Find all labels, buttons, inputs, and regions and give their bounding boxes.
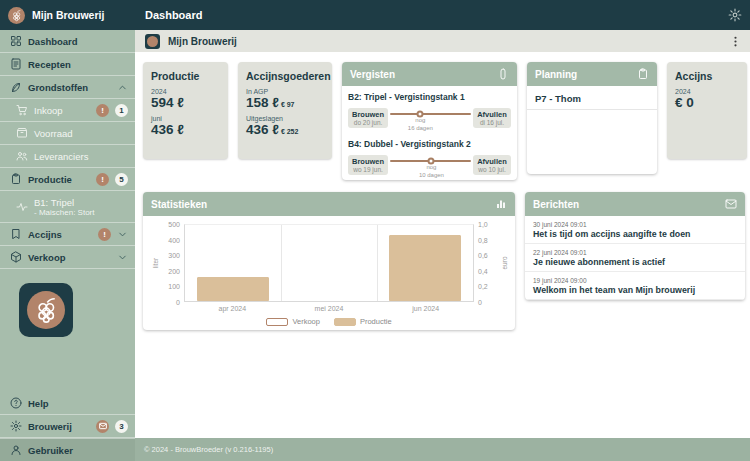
sidebar-item-voorraad[interactable]: Voorraad: [0, 122, 135, 145]
legend-label: Productie: [360, 317, 392, 326]
clipboard-icon: [10, 173, 22, 185]
stat-label: juni: [151, 115, 220, 122]
sidebar-item-dashboard[interactable]: Dashboard: [0, 30, 135, 53]
days-remaining: nog10 dagen: [419, 164, 444, 180]
tank-progress: Brouwendo 20 jun.nog16 dagenAfvullendi 1…: [348, 105, 511, 131]
progress-track: nog10 dagen: [388, 152, 473, 178]
step-label: Afvullen: [477, 110, 507, 119]
remaining-prefix: nog: [408, 117, 433, 125]
hop-icon: [27, 291, 65, 329]
remaining-prefix: nog: [419, 164, 444, 172]
tank-list: B2: Tripel - Vergistingstank 1Brouwendo …: [342, 86, 517, 180]
y-axis-ticks-left: 5004003002001000: [160, 224, 184, 302]
leaf-icon: [10, 81, 22, 93]
chevron-down-icon[interactable]: [117, 252, 128, 263]
step-label: Afvullen: [477, 157, 507, 166]
brew-step-chip: Brouwendo 20 jun.: [348, 108, 388, 128]
legend-item-verkoop: Verkoop: [266, 317, 320, 326]
stat-value: 158 ℓ€ 97: [246, 95, 324, 111]
sidebar-item-sublabel: - Maischen: Stort: [34, 208, 94, 217]
kebab-menu-icon[interactable]: [729, 35, 742, 48]
x-tick-label: apr 2024: [184, 305, 281, 312]
gridline: [281, 225, 282, 301]
y-tick-right: 0,2: [478, 283, 488, 290]
sidebar-item-accijns[interactable]: Accijns!: [0, 223, 135, 246]
card-title: Accijnsgoederen: [246, 70, 324, 82]
card-title: Berichten: [533, 199, 579, 210]
message-item[interactable]: 30 juni 2024 09:01Het is tijd om accijns…: [525, 216, 745, 244]
y-tick-right: 0,4: [478, 267, 488, 274]
bar-productie: [389, 235, 461, 301]
sidebar-item-label: Accijns: [28, 229, 62, 240]
sidebar-item-gebruiker[interactable]: Gebruiker: [0, 438, 135, 461]
card-vergisten: Vergisten B2: Tripel - Vergistingstank 1…: [342, 62, 517, 180]
sidebar-item-verkoop[interactable]: Verkoop: [0, 246, 135, 269]
sidebar-item-brouwerij[interactable]: Brouwerij3: [0, 415, 135, 438]
envelope-icon: [725, 198, 737, 210]
step-date: wo 10 jul.: [477, 166, 507, 173]
sidebar-item-label: B1: Tripel: [34, 197, 94, 208]
fill-step-chip: Afvullendi 16 jul.: [473, 108, 511, 128]
stat-label: Uitgeslagen: [246, 115, 324, 122]
tank-row[interactable]: B4: Dubbel - Vergistingstank 2Brouwenwo …: [342, 133, 517, 180]
y-axis-label-right: euro: [498, 224, 509, 302]
gear-icon[interactable]: [728, 8, 742, 22]
sidebar-item-label: Brouwerij: [28, 421, 72, 432]
document-icon: [10, 58, 22, 70]
sidebar-item-recepten[interactable]: Recepten: [0, 53, 135, 76]
card-title: Accijns: [675, 70, 739, 82]
stat-value: 436 ℓ€ 252: [246, 122, 324, 138]
user-icon: [10, 444, 22, 456]
tank-row[interactable]: B2: Tripel - Vergistingstank 1Brouwendo …: [342, 86, 517, 133]
stat-label: 2024: [151, 88, 220, 95]
message-text: Je nieuwe abonnement is actief: [533, 257, 737, 267]
card-header: Statistieken: [143, 192, 515, 216]
y-tick-left: 200: [168, 267, 180, 274]
stat-value: 594 ℓ: [151, 95, 220, 111]
stat-value: € 0: [675, 95, 739, 111]
brew-step-chip: Brouwenwo 19 jun.: [348, 155, 388, 175]
app-root: Mijn Brouwerij DashboardReceptenGrondsto…: [0, 0, 750, 461]
message-list: 30 juni 2024 09:01Het is tijd om accijns…: [525, 216, 745, 300]
sidebar-item-label: Recepten: [28, 59, 71, 70]
chevron-up-icon[interactable]: [117, 82, 128, 93]
brewery-logo-small: [145, 34, 160, 49]
message-text: Welkom in het team van Mijn brouwerij: [533, 285, 737, 295]
card-statistieken: Statistieken liter 5004003002001000 1,00…: [143, 192, 515, 330]
chevron-down-icon[interactable]: [117, 229, 128, 240]
sidebar-item-label: Help: [28, 398, 49, 409]
sidebar-item-inkoop[interactable]: Inkoop!1: [0, 99, 135, 122]
progress-track: nog16 dagen: [388, 105, 473, 131]
stat-value: 436 ℓ: [151, 122, 220, 138]
sidebar-item-label: Dashboard: [28, 36, 78, 47]
sidebar-item-help[interactable]: Help: [0, 392, 135, 415]
planning-item[interactable]: P7 - Thom: [527, 86, 657, 110]
sidebar-item-leveranciers[interactable]: Leveranciers: [0, 145, 135, 168]
progress-line: [390, 113, 471, 115]
message-text: Het is tijd om accijns aangifte te doen: [533, 229, 737, 239]
sidebar-item-grondstoffen[interactable]: Grondstoffen: [0, 76, 135, 99]
stat-label: In AGP: [246, 88, 324, 95]
sidebar-item-label: Productie: [28, 174, 72, 185]
legend-item-productie: Productie: [334, 317, 392, 326]
legend-label: Verkoop: [292, 317, 320, 326]
card-berichten: Berichten 30 juni 2024 09:01Het is tijd …: [525, 192, 745, 300]
sidebar-item-productie[interactable]: Productie!5: [0, 168, 135, 191]
sidebar-item-b1-tripel[interactable]: B1: Tripel- Maischen: Stort: [0, 191, 135, 223]
chart-plot-row: liter 5004003002001000 1,00,80,60,40,20 …: [149, 224, 509, 302]
package-icon: [10, 251, 22, 263]
message-item[interactable]: 22 juni 2024 09:01Je nieuwe abonnement i…: [525, 244, 745, 272]
card-header: Berichten: [525, 192, 745, 216]
chart-bars-icon: [495, 198, 507, 210]
message-item[interactable]: 19 juni 2024 09:00Welkom in het team van…: [525, 272, 745, 300]
brewery-logo-icon: [8, 7, 25, 24]
chart-legend: VerkoopProductie: [149, 317, 509, 326]
help-icon: [10, 397, 22, 409]
archive-icon: [16, 127, 28, 139]
card-title: Vergisten: [350, 69, 395, 80]
card-title: Statistieken: [151, 199, 207, 210]
alert-badge: !: [96, 104, 109, 117]
mail-badge-icon: [96, 420, 109, 433]
tank-progress: Brouwenwo 19 jun.nog10 dagenAfvullenwo 1…: [348, 152, 511, 178]
card-title: Productie: [151, 70, 220, 82]
